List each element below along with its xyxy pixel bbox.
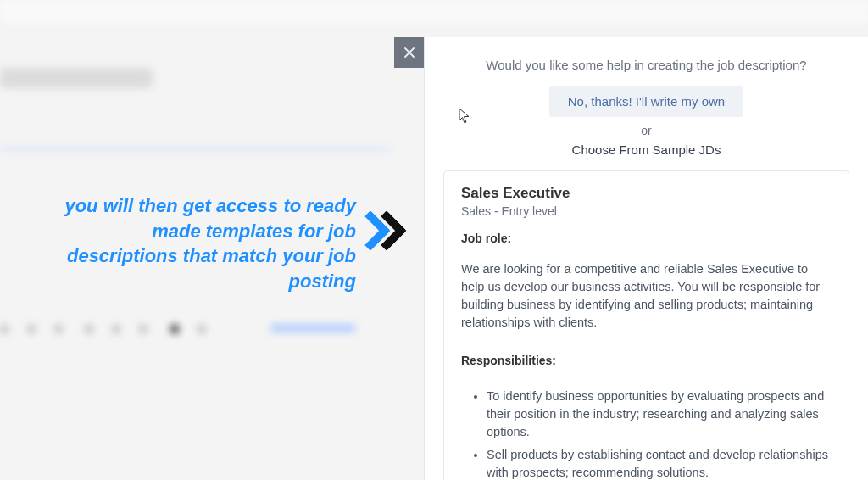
jd-role-paragraph: We are looking for a competitive and rel… bbox=[461, 260, 832, 332]
caption-text: you will then get access to ready made t… bbox=[51, 193, 356, 294]
help-question: Would you like some help in creating the… bbox=[443, 58, 849, 72]
no-thanks-button[interactable]: No, thanks! I'll write my own bbox=[549, 86, 743, 117]
close-button[interactable] bbox=[394, 37, 425, 68]
jd-responsibilities-label: Responsibilities: bbox=[461, 354, 832, 367]
jd-responsibilities-list: To identify business opportunities by ev… bbox=[461, 388, 832, 480]
jd-sample-card[interactable]: Sales Executive Sales - Entry level Job … bbox=[443, 170, 849, 480]
or-label: or bbox=[443, 124, 849, 137]
jd-role-label: Job role: bbox=[461, 232, 832, 245]
list-item: To identify business opportunities by ev… bbox=[487, 388, 832, 441]
choose-sample-label: Choose From Sample JDs bbox=[443, 142, 849, 157]
jd-help-panel: Would you like some help in creating the… bbox=[424, 37, 868, 480]
jd-meta: Sales - Entry level bbox=[461, 204, 832, 218]
close-icon bbox=[403, 46, 416, 59]
jd-title: Sales Executive bbox=[461, 185, 832, 202]
list-item: Sell products by establishing contact an… bbox=[487, 446, 832, 480]
arrow-icon bbox=[356, 206, 407, 257]
